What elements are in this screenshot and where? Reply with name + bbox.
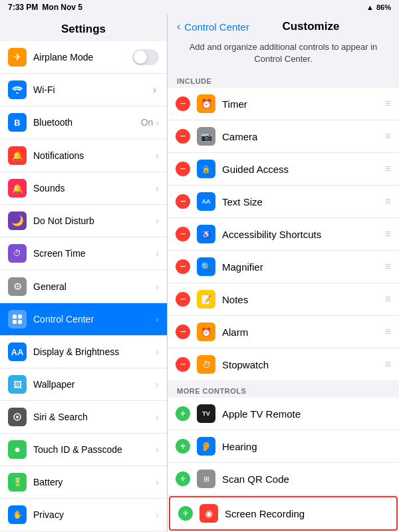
svg-rect-2: [18, 315, 22, 319]
remove-accessibility-btn[interactable]: −: [176, 227, 190, 241]
camera-drag-handle[interactable]: ≡: [385, 130, 391, 142]
status-bar: 7:33 PM Mon Nov 5 ▲ 86%: [0, 0, 399, 15]
remove-magnifier-btn[interactable]: −: [176, 259, 190, 274]
svg-rect-3: [13, 320, 17, 324]
screentime-label: Screen Time: [33, 248, 156, 259]
include-item-guidedaccess[interactable]: − 🔒 Guided Access ≡: [168, 153, 399, 186]
guidedaccess-drag-handle[interactable]: ≡: [385, 163, 391, 175]
sidebar-item-controlcenter[interactable]: Control Center ›: [0, 303, 167, 336]
airplane-toggle[interactable]: [132, 49, 159, 65]
settings-group-connectivity: ✈ Airplane Mode Wi-Fi › B: [0, 41, 167, 138]
include-item-camera[interactable]: − 📷 Camera ≡: [168, 120, 399, 153]
back-label[interactable]: Control Center: [184, 21, 249, 33]
wifi-icon: [8, 80, 27, 99]
accessibility-drag-handle[interactable]: ≡: [385, 228, 391, 240]
sidebar-item-dnd[interactable]: 🌙 Do Not Disturb ›: [0, 205, 167, 237]
stopwatch-icon: ⏱: [197, 355, 215, 374]
notes-drag-handle[interactable]: ≡: [385, 293, 391, 305]
include-item-magnifier[interactable]: − 🔍 Magnifier ≡: [168, 251, 399, 283]
privacy-label: Privacy: [33, 509, 156, 520]
sidebar-item-privacy[interactable]: ✋ Privacy ›: [0, 499, 167, 531]
more-item-hearing[interactable]: + 👂 Hearing: [168, 430, 399, 463]
svg-rect-4: [18, 320, 22, 324]
sidebar-item-general[interactable]: ⚙ General ›: [0, 271, 167, 303]
timer-drag-handle[interactable]: ≡: [385, 98, 391, 110]
guidedaccess-label: Guided Access: [222, 164, 382, 175]
scanqr-label: Scan QR Code: [222, 473, 391, 485]
notes-icon: 📝: [197, 290, 215, 309]
include-item-accessibility[interactable]: − ♿ Accessibility Shortcuts ≡: [168, 218, 399, 251]
accessibility-label: Accessibility Shortcuts: [222, 229, 382, 240]
more-item-appletv[interactable]: + TV Apple TV Remote: [168, 398, 399, 430]
settings-group-alerts: 🔔 Notifications › 🔔 Sounds › 🌙 Do Not Di…: [0, 140, 167, 269]
add-scanqr-btn[interactable]: +: [176, 471, 190, 486]
wifi-value: ›: [153, 84, 156, 95]
sidebar-item-sounds[interactable]: 🔔 Sounds ›: [0, 172, 167, 205]
bluetooth-icon: B: [8, 113, 27, 132]
remove-textsize-btn[interactable]: −: [176, 194, 190, 209]
include-item-stopwatch[interactable]: − ⏱ Stopwatch ≡: [168, 348, 399, 380]
include-item-alarm[interactable]: − ⏰ Alarm ≡: [168, 316, 399, 348]
hearing-label: Hearing: [222, 441, 391, 452]
remove-alarm-btn[interactable]: −: [176, 325, 190, 339]
wallpaper-icon: 🖼: [8, 375, 27, 394]
remove-camera-btn[interactable]: −: [176, 129, 190, 144]
remove-notes-btn[interactable]: −: [176, 292, 190, 307]
accessibility-icon: ♿: [197, 225, 215, 243]
right-panel-title: Customize: [282, 20, 359, 33]
add-appletv-btn[interactable]: +: [176, 406, 190, 421]
remove-guidedaccess-btn[interactable]: −: [176, 162, 190, 176]
more-list: + TV Apple TV Remote + 👂 Hearing + ⊞ Sca…: [168, 398, 399, 532]
sidebar-item-touchid[interactable]: ● Touch ID & Passcode ›: [0, 434, 167, 466]
alarm-drag-handle[interactable]: ≡: [385, 326, 391, 338]
scanqr-icon: ⊞: [197, 469, 215, 488]
display-label: Display & Brightness: [33, 346, 156, 357]
include-list: − ⏰ Timer ≡ − 📷 Camera ≡ − 🔒 Guided Acce…: [168, 88, 399, 380]
timer-icon: ⏰: [197, 94, 215, 113]
sidebar-item-battery[interactable]: 🔋 Battery ›: [0, 466, 167, 499]
magnifier-drag-handle[interactable]: ≡: [385, 261, 391, 273]
sidebar-item-display[interactable]: AA Display & Brightness ›: [0, 336, 167, 368]
include-section-header: INCLUDE: [168, 72, 399, 88]
remove-timer-btn[interactable]: −: [176, 96, 190, 111]
add-hearing-btn[interactable]: +: [176, 439, 190, 454]
date: Mon Nov 5: [42, 3, 82, 12]
sidebar-item-bluetooth[interactable]: B Bluetooth On ›: [0, 106, 167, 138]
include-item-timer[interactable]: − ⏰ Timer ≡: [168, 88, 399, 120]
sidebar-item-notifications[interactable]: 🔔 Notifications ›: [0, 140, 167, 172]
airplane-label: Airplane Mode: [33, 52, 132, 63]
timer-label: Timer: [222, 98, 382, 110]
more-item-scanqr[interactable]: + ⊞ Scan QR Code: [168, 463, 399, 495]
alarm-label: Alarm: [222, 327, 382, 338]
controlcenter-label: Control Center: [33, 314, 156, 325]
magnifier-icon: 🔍: [197, 257, 215, 276]
sidebar-item-wallpaper[interactable]: 🖼 Wallpaper ›: [0, 368, 167, 401]
more-section-header: MORE CONTROLS: [168, 382, 399, 398]
sidebar-item-screentime[interactable]: ⏱ Screen Time ›: [0, 237, 167, 269]
svg-rect-1: [13, 315, 17, 319]
notifications-label: Notifications: [33, 150, 156, 161]
textsize-drag-handle[interactable]: ≡: [385, 196, 391, 207]
right-header: ‹ Control Center Customize: [168, 15, 399, 37]
add-screenrecording-btn[interactable]: +: [178, 506, 193, 521]
stopwatch-drag-handle[interactable]: ≡: [385, 358, 391, 370]
siri-label: Siri & Search: [33, 412, 156, 422]
include-item-notes[interactable]: − 📝 Notes ≡: [168, 283, 399, 316]
svg-point-0: [17, 92, 19, 94]
sidebar-item-airplane[interactable]: ✈ Airplane Mode: [0, 41, 167, 74]
status-left: 7:33 PM Mon Nov 5: [8, 3, 82, 12]
camera-label: Camera: [222, 131, 382, 142]
status-right: ▲ 86%: [366, 3, 391, 11]
include-item-textsize[interactable]: − AA Text Size ≡: [168, 186, 399, 218]
sidebar-item-wifi[interactable]: Wi-Fi ›: [0, 74, 167, 106]
screenrecording-label: Screen Recording: [225, 508, 388, 519]
display-icon: AA: [8, 342, 27, 361]
more-item-screenrecording[interactable]: + ◉ Screen Recording: [169, 496, 398, 531]
right-panel: ‹ Control Center Customize Add and organ…: [168, 15, 399, 532]
camera-icon: 📷: [197, 127, 215, 146]
controlcenter-icon: [8, 310, 27, 329]
remove-stopwatch-btn[interactable]: −: [176, 357, 190, 372]
guidedaccess-icon: 🔒: [197, 160, 215, 178]
settings-group-general: ⚙ General › Control Center › AA: [0, 271, 167, 531]
sidebar-item-siri[interactable]: Siri & Search ›: [0, 401, 167, 434]
